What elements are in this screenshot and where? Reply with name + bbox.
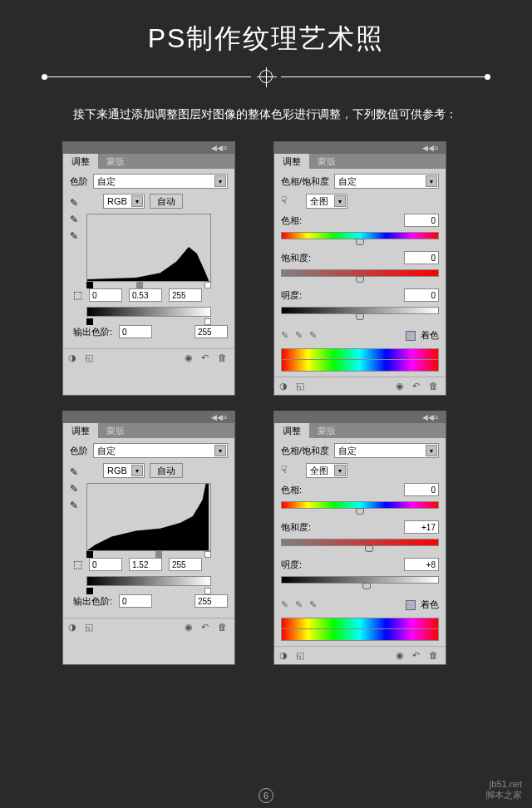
clip-icon[interactable]: ◱ [85, 352, 96, 364]
black-input[interactable] [89, 288, 122, 302]
tab-mask[interactable]: 蒙版 [98, 154, 133, 169]
panel-footer: ◑ ◱ ◉ ↶ 🗑 [274, 377, 446, 395]
collapse-icon[interactable]: ◀◀ [211, 144, 219, 152]
out-white-input[interactable] [195, 594, 228, 608]
menu-icon[interactable]: ≡ [223, 144, 231, 152]
toggle-layer-icon[interactable]: ◑ [68, 622, 80, 633]
sat-input[interactable] [404, 251, 439, 264]
levels-panel-1: ◀◀ ≡ 调整 蒙版 色阶 自定 ▾ RGB ▾ 自动 [62, 141, 235, 396]
hue-input[interactable] [404, 483, 439, 496]
eyedropper-gray-icon[interactable]: ✎ [70, 214, 81, 225]
collapse-icon[interactable]: ◀◀ [422, 144, 431, 152]
tab-adjust[interactable]: 调整 [274, 423, 309, 438]
reset-icon[interactable]: ↶ [201, 352, 213, 364]
clip-icon[interactable]: ◱ [296, 381, 308, 392]
white-input[interactable] [169, 288, 202, 302]
eyedropper-plus-icon[interactable]: ✎ [295, 330, 303, 341]
eyedropper-black-icon[interactable]: ✎ [70, 197, 81, 209]
clip-icon[interactable]: ◱ [296, 650, 308, 662]
eyedropper-minus-icon[interactable]: ✎ [309, 330, 317, 341]
hsl-panel-2: ◀◀ ≡ 调整 蒙版 色相/饱和度 自定 ▾ ☟ 全图 ▾ [273, 411, 446, 665]
range-dropdown[interactable]: 全图 ▾ [306, 194, 347, 209]
trash-icon[interactable]: 🗑 [429, 650, 441, 662]
hand-icon[interactable]: ☟ [281, 464, 294, 477]
eyedropper-icon[interactable]: ✎ [281, 599, 288, 610]
trash-icon[interactable]: 🗑 [218, 352, 229, 364]
tab-adjust[interactable]: 调整 [63, 154, 98, 169]
gamma-input[interactable] [129, 558, 162, 571]
menu-icon[interactable]: ≡ [223, 413, 231, 421]
colorize-checkbox[interactable] [406, 331, 416, 341]
menu-icon[interactable]: ≡ [434, 144, 442, 152]
sat-label: 饱和度: [281, 521, 327, 534]
sat-slider[interactable] [281, 269, 439, 277]
hue-slider[interactable] [281, 501, 439, 509]
light-input[interactable] [404, 558, 439, 571]
out-black-input[interactable] [119, 594, 152, 608]
visibility-icon[interactable]: ◉ [185, 352, 196, 364]
tab-adjust[interactable]: 调整 [63, 423, 98, 438]
white-input[interactable] [169, 558, 202, 571]
hue-input[interactable] [404, 214, 439, 227]
sat-input[interactable] [404, 520, 439, 534]
preset-dropdown[interactable]: 自定 ▾ [334, 443, 439, 458]
chevron-down-icon: ▾ [131, 195, 143, 207]
channel-dropdown[interactable]: RGB ▾ [103, 463, 145, 478]
chevron-down-icon: ▾ [426, 175, 437, 187]
out-white-input[interactable] [195, 325, 228, 338]
light-label: 明度: [281, 289, 327, 302]
gamma-input[interactable] [129, 288, 162, 302]
channel-dropdown[interactable]: RGB ▾ [103, 194, 145, 209]
tab-mask[interactable]: 蒙版 [309, 423, 344, 438]
light-slider[interactable] [281, 307, 439, 314]
input-slider[interactable] [86, 553, 211, 558]
output-slider[interactable] [86, 589, 211, 594]
output-slider[interactable] [86, 320, 211, 325]
trash-icon[interactable]: 🗑 [429, 381, 441, 392]
tab-mask[interactable]: 蒙版 [309, 154, 344, 169]
eyedropper-icon[interactable]: ✎ [281, 330, 288, 341]
preset-dropdown[interactable]: 自定 ▾ [93, 443, 228, 458]
black-input[interactable] [89, 558, 122, 571]
clip-icon[interactable]: ◱ [85, 622, 96, 633]
sat-slider[interactable] [281, 539, 439, 546]
colorize-checkbox[interactable] [406, 600, 416, 610]
reset-icon[interactable]: ↶ [201, 622, 213, 633]
eyedropper-white-icon[interactable]: ✎ [70, 230, 81, 242]
light-slider[interactable] [281, 576, 439, 584]
hand-icon[interactable]: ☟ [281, 195, 294, 208]
collapse-icon[interactable]: ◀◀ [422, 413, 431, 421]
panel-tabs: 调整 蒙版 [274, 423, 446, 438]
input-slider[interactable] [86, 283, 211, 288]
panel-body: 色相/饱和度 自定 ▾ ☟ 全图 ▾ 色相: 饱和度: [274, 438, 446, 646]
out-black-input[interactable] [119, 325, 152, 338]
toggle-layer-icon[interactable]: ◑ [279, 650, 291, 662]
preset-dropdown[interactable]: 自定 ▾ [93, 174, 228, 189]
eyedropper-white-icon[interactable]: ✎ [70, 500, 81, 511]
hue-slider[interactable] [281, 232, 439, 239]
auto-button[interactable]: 自动 [150, 194, 183, 209]
trash-icon[interactable]: 🗑 [218, 622, 229, 633]
preset-dropdown[interactable]: 自定 ▾ [334, 174, 439, 189]
levels-panel-2: ◀◀ ≡ 调整 蒙版 色阶 自定 ▾ RGB ▾ 自动 [62, 411, 235, 665]
tab-mask[interactable]: 蒙版 [98, 423, 133, 438]
eyedropper-gray-icon[interactable]: ✎ [70, 483, 81, 495]
visibility-icon[interactable]: ◉ [185, 622, 196, 633]
range-dropdown[interactable]: 全图 ▾ [306, 463, 347, 478]
toggle-layer-icon[interactable]: ◑ [68, 352, 80, 364]
eyedropper-black-icon[interactable]: ✎ [70, 466, 81, 478]
menu-icon[interactable]: ≡ [434, 413, 442, 421]
toggle-layer-icon[interactable]: ◑ [279, 381, 291, 392]
eyedropper-minus-icon[interactable]: ✎ [309, 599, 317, 610]
output-gradient [86, 576, 211, 586]
visibility-icon[interactable]: ◉ [396, 650, 407, 662]
auto-button[interactable]: 自动 [150, 463, 183, 478]
reset-icon[interactable]: ↶ [412, 650, 424, 662]
visibility-icon[interactable]: ◉ [396, 381, 407, 392]
light-input[interactable] [404, 288, 439, 302]
collapse-icon[interactable]: ◀◀ [211, 413, 219, 421]
eyedropper-plus-icon[interactable]: ✎ [295, 599, 303, 610]
tab-adjust[interactable]: 调整 [274, 154, 309, 169]
reset-icon[interactable]: ↶ [412, 381, 424, 392]
sat-label: 饱和度: [281, 252, 327, 264]
